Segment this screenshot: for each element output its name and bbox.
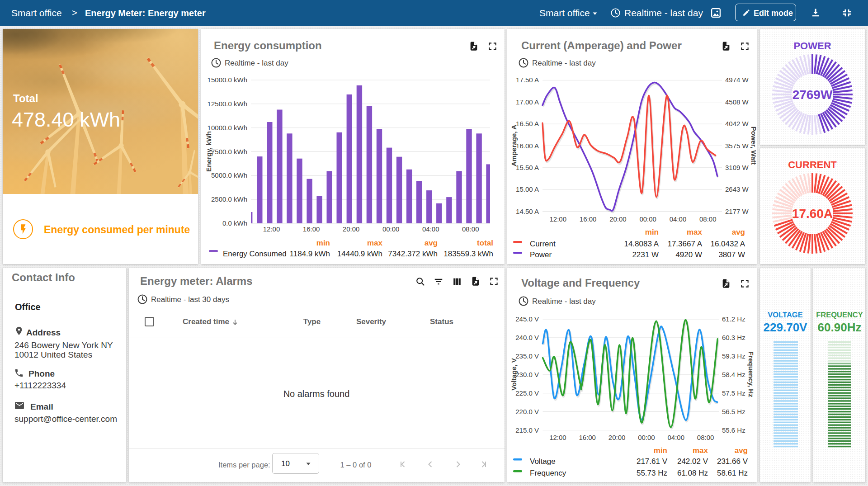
svg-text:7342.372 kWh: 7342.372 kWh xyxy=(388,250,438,258)
svg-text:08:00: 08:00 xyxy=(699,215,717,223)
svg-text:57.5 Hz: 57.5 Hz xyxy=(722,389,745,397)
svg-text:2231 W: 2231 W xyxy=(632,250,659,259)
svg-text:08:00: 08:00 xyxy=(697,434,714,441)
svg-text:1184.9 kWh: 1184.9 kWh xyxy=(290,250,330,258)
svg-text:15.50 A: 15.50 A xyxy=(516,164,539,171)
svg-text:04:00: 04:00 xyxy=(670,215,687,223)
svg-text:Frequency, Hz: Frequency, Hz xyxy=(747,351,755,397)
svg-text:55.6 Hz: 55.6 Hz xyxy=(722,426,745,434)
svg-text:183559.3 kWh: 183559.3 kWh xyxy=(443,250,493,258)
svg-text:avg: avg xyxy=(425,239,438,247)
svg-text:POWER: POWER xyxy=(793,40,831,52)
svg-text:58.4 Hz: 58.4 Hz xyxy=(722,371,745,378)
svg-text:12:00: 12:00 xyxy=(263,225,280,233)
svg-text:17.3667 A: 17.3667 A xyxy=(667,240,702,248)
svg-text:20:00: 20:00 xyxy=(609,215,627,223)
svg-text:217.61 V: 217.61 V xyxy=(637,457,668,466)
svg-text:CURRENT: CURRENT xyxy=(788,159,837,170)
svg-text:3575 W: 3575 W xyxy=(725,142,749,150)
svg-text:4974 W: 4974 W xyxy=(725,76,749,84)
svg-text:17.50 A: 17.50 A xyxy=(516,76,539,84)
svg-text:Power: Power xyxy=(530,250,552,259)
svg-text:59.3 Hz: 59.3 Hz xyxy=(722,352,745,360)
svg-text:215.0 V: 215.0 V xyxy=(515,426,539,434)
svg-text:12:00: 12:00 xyxy=(550,215,567,223)
svg-text:00:00: 00:00 xyxy=(382,225,400,233)
svg-text:20:00: 20:00 xyxy=(609,434,626,441)
svg-text:16:00: 16:00 xyxy=(579,434,596,441)
svg-text:VOLTAGE: VOLTAGE xyxy=(768,311,802,319)
svg-text:Total: Total xyxy=(13,92,38,104)
svg-text:08:00: 08:00 xyxy=(462,225,479,233)
svg-text:0.0 kWh: 0.0 kWh xyxy=(222,219,247,227)
svg-text:14.8083 A: 14.8083 A xyxy=(624,240,659,248)
svg-text:total: total xyxy=(477,239,493,247)
svg-text:60.3 Hz: 60.3 Hz xyxy=(722,334,745,341)
svg-text:14440.9 kWh: 14440.9 kWh xyxy=(337,250,382,258)
svg-text:20:00: 20:00 xyxy=(343,225,360,233)
svg-text:FREQUENCY: FREQUENCY xyxy=(816,311,863,319)
svg-text:Current: Current xyxy=(530,240,556,248)
svg-text:14.50 A: 14.50 A xyxy=(516,208,539,215)
svg-text:Voltage: Voltage xyxy=(530,457,556,466)
svg-text:16.00 A: 16.00 A xyxy=(516,142,539,150)
svg-text:240.0 V: 240.0 V xyxy=(515,334,539,341)
svg-text:3807 W: 3807 W xyxy=(718,250,745,259)
svg-text:2769W: 2769W xyxy=(793,88,833,102)
svg-text:4042 W: 4042 W xyxy=(725,120,749,127)
svg-text:231.66 V: 231.66 V xyxy=(717,457,748,466)
svg-text:245.0 V: 245.0 V xyxy=(515,315,539,323)
svg-text:55.73 Hz: 55.73 Hz xyxy=(637,469,667,477)
svg-text:max: max xyxy=(693,446,708,455)
svg-text:7500.0 kWh: 7500.0 kWh xyxy=(211,148,247,156)
svg-text:2177 W: 2177 W xyxy=(725,208,749,215)
svg-text:230.0 V: 230.0 V xyxy=(515,371,539,378)
svg-text:225.0 V: 225.0 V xyxy=(515,389,539,397)
svg-text:10000.0 kWh: 10000.0 kWh xyxy=(208,124,247,132)
svg-text:2500.0 kWh: 2500.0 kWh xyxy=(211,195,247,203)
svg-text:56.5 Hz: 56.5 Hz xyxy=(722,408,745,415)
svg-text:04:00: 04:00 xyxy=(422,225,439,233)
svg-text:15.00 A: 15.00 A xyxy=(516,185,539,193)
svg-text:229.70V: 229.70V xyxy=(764,321,808,334)
svg-text:12:00: 12:00 xyxy=(549,434,566,441)
svg-text:16.0432 A: 16.0432 A xyxy=(710,240,745,248)
svg-text:Voltage, V: Voltage, V xyxy=(510,358,518,390)
svg-text:00:00: 00:00 xyxy=(639,215,656,223)
svg-text:min: min xyxy=(654,446,667,455)
svg-text:16:00: 16:00 xyxy=(303,225,320,233)
svg-text:Energy Consumed: Energy Consumed xyxy=(223,250,287,258)
svg-text:478.40 kWh: 478.40 kWh xyxy=(12,108,120,131)
svg-text:avg: avg xyxy=(735,446,748,455)
svg-text:242.02 V: 242.02 V xyxy=(677,457,708,466)
svg-text:2643 W: 2643 W xyxy=(725,185,749,193)
svg-text:12500.0 kWh: 12500.0 kWh xyxy=(208,100,247,108)
svg-text:00:00: 00:00 xyxy=(638,434,655,441)
svg-text:235.0 V: 235.0 V xyxy=(515,352,539,360)
svg-text:4508 W: 4508 W xyxy=(725,98,749,106)
svg-text:4920 W: 4920 W xyxy=(675,250,702,259)
svg-text:Power, Watt: Power, Watt xyxy=(750,127,757,165)
svg-text:Amperage, A: Amperage, A xyxy=(510,125,518,166)
svg-text:Energy, kWh: Energy, kWh xyxy=(205,131,212,172)
svg-text:3109 W: 3109 W xyxy=(725,164,749,171)
svg-text:15000.0 kWh: 15000.0 kWh xyxy=(208,76,247,84)
svg-text:17.60A: 17.60A xyxy=(792,207,833,221)
svg-text:61.2 Hz: 61.2 Hz xyxy=(722,315,745,323)
svg-text:16:00: 16:00 xyxy=(580,215,597,223)
svg-text:min: min xyxy=(316,239,330,247)
svg-text:17.00 A: 17.00 A xyxy=(516,98,539,106)
svg-text:Frequency: Frequency xyxy=(530,469,566,477)
svg-text:max: max xyxy=(367,239,383,247)
svg-text:16.50 A: 16.50 A xyxy=(516,120,539,127)
svg-text:220.0 V: 220.0 V xyxy=(515,408,539,415)
svg-text:min: min xyxy=(645,228,659,236)
svg-text:61.08 Hz: 61.08 Hz xyxy=(677,469,708,477)
svg-text:avg: avg xyxy=(732,228,745,236)
svg-text:58.61 Hz: 58.61 Hz xyxy=(717,469,748,477)
svg-text:5000.0 kWh: 5000.0 kWh xyxy=(211,171,247,179)
svg-text:max: max xyxy=(687,228,703,236)
svg-text:04:00: 04:00 xyxy=(668,434,685,441)
svg-text:60.90Hz: 60.90Hz xyxy=(818,321,862,334)
